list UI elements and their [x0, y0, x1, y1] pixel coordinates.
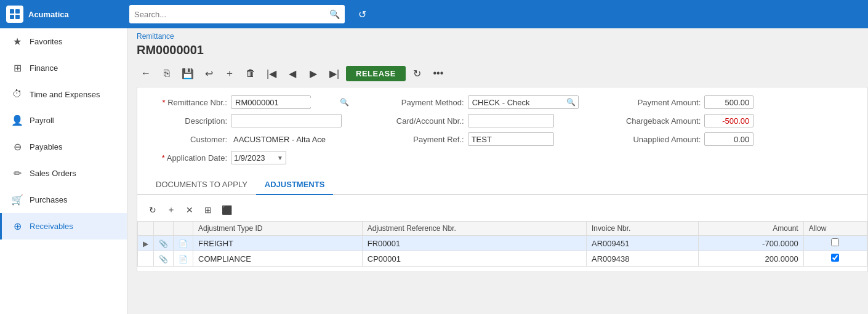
main-toolbar: ← ⎘ 💾 ↩ ＋ 🗑 |◀ ◀ ▶ ▶| RELEASE ↻ ••• [127, 62, 868, 87]
col-amount: Amount [698, 222, 803, 236]
row-expander[interactable] [138, 251, 154, 267]
payment-amount-label: Payment Amount: [621, 98, 701, 107]
payment-method-row: Payment Method: 🔍 [384, 95, 621, 110]
date-dropdown-icon[interactable]: ▼ [277, 155, 283, 161]
allow-checkbox[interactable] [831, 254, 839, 262]
table-toolbar: ↻ ＋ ✕ ⊞ ⬛ [137, 200, 867, 221]
app-date-input[interactable] [234, 153, 277, 163]
sidebar-item-payables[interactable]: ⊖ Payables [0, 134, 127, 160]
row-invoice-nbr: AR009438 [587, 251, 699, 267]
pencil-icon: ✏ [11, 167, 23, 179]
table-row[interactable]: ▶ 📎 📄 FREIGHT FR00001 AR009451 -700.0000 [138, 236, 867, 251]
table-add-button[interactable]: ＋ [163, 203, 179, 217]
table-fit-button[interactable]: ⊞ [200, 203, 216, 217]
search-input[interactable] [134, 10, 329, 19]
copy-button[interactable]: ⎘ [158, 65, 176, 82]
description-input[interactable] [231, 114, 342, 127]
sidebar-item-finance[interactable]: ⊞ Finance [0, 55, 127, 81]
sidebar-item-purchases[interactable]: 🛒 Purchases [0, 187, 127, 213]
card-account-label: Card/Account Nbr.: [384, 116, 464, 126]
top-bar-actions: ↺ [351, 3, 373, 25]
row-invoice-nbr: AR009451 [587, 236, 699, 251]
unapplied-amount-row: Unapplied Amount: 0.00 [621, 132, 858, 147]
refresh-button[interactable]: ↻ [408, 65, 427, 82]
tab-documents[interactable]: DOCUMENTS TO APPLY [147, 175, 256, 195]
row-allow-check[interactable] [803, 251, 867, 267]
history-button[interactable]: ↺ [351, 3, 373, 25]
col-allow: Allow [803, 222, 867, 236]
last-button[interactable]: ▶| [325, 65, 344, 82]
unapplied-amount-value: 0.00 [704, 132, 753, 146]
minus-circle-icon: ⊖ [11, 141, 23, 153]
table-delete-button[interactable]: ✕ [182, 203, 198, 217]
svg-rect-0 [10, 9, 14, 14]
sidebar-item-sales-orders[interactable]: ✏ Sales Orders [0, 160, 127, 187]
form-card: Remittance Nbr.: 🔍 Description: Customer… [137, 87, 868, 272]
card-account-input[interactable] [468, 114, 554, 127]
description-label: Description: [147, 116, 227, 126]
delete-button[interactable]: 🗑 [241, 65, 260, 82]
table-export-button[interactable]: ⬛ [219, 203, 235, 217]
app-date-row: Application Date: ▼ [147, 150, 384, 165]
more-button[interactable]: ••• [429, 65, 448, 82]
sidebar-item-label: Receivables [30, 222, 73, 231]
grid-icon: ⊞ [11, 62, 23, 74]
svg-rect-2 [10, 15, 14, 19]
payment-ref-label: Payment Ref.: [384, 135, 464, 144]
chargeback-amount-row: Chargeback Amount: -500.00 [621, 113, 858, 128]
search-button[interactable]: 🔍 [329, 9, 340, 19]
clock-icon: ⏱ [11, 89, 23, 100]
row-amount: 200.0000 [698, 251, 803, 267]
tab-adjustments[interactable]: ADJUSTMENTS [256, 175, 334, 195]
add-button[interactable]: ＋ [220, 65, 239, 82]
release-button[interactable]: RELEASE [346, 66, 406, 81]
form-section: Remittance Nbr.: 🔍 Description: Customer… [137, 87, 867, 172]
col-expander [138, 222, 154, 236]
app-date-label: Application Date: [147, 153, 227, 163]
table-section: ↻ ＋ ✕ ⊞ ⬛ Adjustment Type ID Adjustment … [137, 195, 867, 272]
sidebar-item-time-and-expenses[interactable]: ⏱ Time and Expenses [0, 81, 127, 107]
remittance-nbr-field[interactable]: 🔍 [231, 95, 311, 109]
row-doc-icon: 📄 [174, 236, 193, 251]
logo-icon [6, 6, 23, 23]
app-date-field[interactable]: ▼ [231, 151, 286, 164]
first-button[interactable]: |◀ [262, 65, 281, 82]
breadcrumb[interactable]: Remittance [127, 28, 868, 42]
chargeback-amount-label: Chargeback Amount: [621, 116, 701, 126]
form-col-1: Remittance Nbr.: 🔍 Description: Customer… [147, 95, 384, 165]
sidebar-item-label: Payables [30, 142, 62, 151]
customer-value: AACUSTOMER - Alta Ace [231, 134, 328, 145]
remittance-nbr-input[interactable] [234, 98, 340, 107]
table-refresh-button[interactable]: ↻ [145, 203, 161, 217]
row-allow-check[interactable] [803, 236, 867, 251]
sidebar-item-favorites[interactable]: ★ Favorites [0, 28, 127, 55]
card-account-row: Card/Account Nbr.: [384, 113, 621, 128]
search-icon: 🔍 [566, 98, 576, 107]
row-adj-type: FREIGHT [193, 236, 363, 251]
top-bar: Acumatica 🔍 ↺ [0, 0, 868, 28]
payment-method-input[interactable] [471, 98, 566, 107]
row-expander[interactable]: ▶ [138, 236, 154, 251]
sidebar-item-receivables[interactable]: ⊕ Receivables [0, 213, 127, 240]
prev-button[interactable]: ◀ [283, 65, 302, 82]
payment-method-field[interactable]: 🔍 [468, 95, 579, 109]
allow-checkbox[interactable] [831, 238, 839, 246]
search-bar[interactable]: 🔍 [129, 5, 345, 23]
next-button[interactable]: ▶ [304, 65, 323, 82]
tabs-bar: DOCUMENTS TO APPLY ADJUSTMENTS [137, 175, 867, 195]
sidebar-item-payroll[interactable]: 👤 Payroll [0, 107, 127, 134]
cart-icon: 🛒 [11, 194, 23, 206]
payment-amount-row: Payment Amount: 500.00 [621, 95, 858, 110]
payment-amount-value: 500.00 [704, 95, 753, 109]
table-row[interactable]: 📎 📄 COMPLIANCE CP00001 AR009438 200.0000 [138, 251, 867, 267]
form-col-3: Payment Amount: 500.00 Chargeback Amount… [621, 95, 858, 165]
save-button[interactable]: 💾 [179, 65, 197, 82]
layout: ★ Favorites ⊞ Finance ⏱ Time and Expense… [0, 28, 868, 314]
payment-ref-input[interactable] [468, 132, 554, 146]
sidebar-item-label: Sales Orders [30, 169, 76, 178]
row-attach-icon: 📎 [154, 236, 174, 251]
back-button[interactable]: ← [137, 65, 155, 82]
undo-button[interactable]: ↩ [199, 65, 218, 82]
star-icon: ★ [11, 36, 23, 47]
sidebar: ★ Favorites ⊞ Finance ⏱ Time and Expense… [0, 28, 127, 314]
